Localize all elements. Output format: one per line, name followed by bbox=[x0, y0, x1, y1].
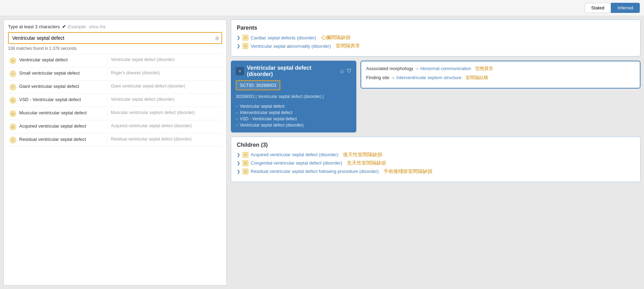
match-info: 338 matches found in 1.378 seconds. bbox=[8, 46, 222, 51]
example-prefix: Example: bbox=[68, 24, 87, 29]
result-alt-0: Ventricular septal defect (disorder) bbox=[107, 57, 221, 64]
parent-chinese-1: 室間隔異常 bbox=[336, 43, 360, 49]
result-name-6: Residual ventricular septal defect bbox=[19, 136, 86, 143]
attr-item-0: Associated morphology → Abnormal communi… bbox=[366, 66, 635, 72]
result-item-2[interactable]: Giant ventricular septal defect Giant ve… bbox=[8, 81, 222, 94]
result-name-2: Giant ventricular septal defect bbox=[19, 83, 79, 90]
result-name-3: VSD - Ventricular septal defect bbox=[19, 97, 81, 103]
attr-val-1: Interventricular septum structure bbox=[396, 75, 461, 80]
result-item-0[interactable]: ≡ Ventricular septal defect Ventricular … bbox=[8, 54, 222, 67]
child-chevron-0[interactable]: ❯ bbox=[237, 152, 240, 157]
child-label-1[interactable]: Congenital ventricular septal defect (di… bbox=[251, 160, 342, 166]
inferred-tab[interactable]: Inferred bbox=[611, 3, 640, 13]
child-item-0: ❯ ≡ Acquired ventricular septal defect (… bbox=[237, 152, 635, 158]
result-name-1: Small ventricular septal defect bbox=[19, 70, 79, 76]
result-alt-1: Roger's disease (disorder) bbox=[107, 70, 221, 77]
chevron-icon-1[interactable]: ❯ bbox=[237, 44, 240, 48]
result-item-1[interactable]: Small ventricular septal defect Roger's … bbox=[8, 67, 222, 81]
result-item-3[interactable]: ≡ VSD - Ventricular septal defect Ventri… bbox=[8, 94, 222, 107]
result-name-5: Acquired ventricular septal defect bbox=[19, 123, 86, 129]
parents-title: Parents bbox=[237, 25, 635, 31]
child-label-2[interactable]: Residual ventricular septal defect follo… bbox=[251, 169, 379, 174]
child-list-icon-1: ≡ bbox=[242, 160, 249, 166]
result-alt-4: Muscular ventricular septum defect (diso… bbox=[107, 110, 221, 117]
result-alt-5: Acquired ventricular septal defect (diso… bbox=[107, 123, 221, 130]
child-list-icon-0: ≡ bbox=[242, 152, 249, 158]
result-name-4: Muscular ventricular septal defect bbox=[19, 110, 87, 116]
result-icon-5: ≡ bbox=[9, 123, 16, 130]
result-item-4[interactable]: ≡ Muscular ventricular septal defect Mus… bbox=[8, 107, 222, 120]
child-item-1: ❯ ≡ Congenital ventricular septal defect… bbox=[237, 160, 635, 166]
stated-tab[interactable]: Stated bbox=[585, 3, 611, 13]
main-content: Type at least 3 characters ✔ Example: sh… bbox=[0, 16, 644, 289]
attr-key-0: Associated morphology → bbox=[366, 66, 420, 71]
hint-text: Type at least 3 characters bbox=[8, 24, 60, 29]
result-alt-6: Residual ventricular septal defect (diso… bbox=[107, 136, 221, 144]
parent-label-0[interactable]: Cardiac septal defects (disorder) bbox=[251, 35, 316, 40]
parent-item-1: ❯ ≡ Ventricular septal abnormality (diso… bbox=[237, 43, 635, 49]
sctid-label: SCTID: 30288003 bbox=[240, 83, 276, 88]
result-list: ≡ Ventricular septal defect Ventricular … bbox=[8, 54, 222, 147]
child-item-2: ❯ ≡ Residual ventricular septal defect f… bbox=[237, 168, 635, 175]
result-alt-3: Ventricular septal defect (disorder) bbox=[107, 97, 221, 104]
attr-val-0: Abnormal communication bbox=[420, 66, 471, 71]
concept-description: 30288003 | Ventricular septal defect (di… bbox=[236, 94, 351, 100]
child-list-icon-2: ≡ bbox=[242, 168, 249, 175]
result-item-5[interactable]: ≡ Acquired ventricular septal defect Acq… bbox=[8, 120, 222, 134]
attr-chinese-1: 室間隔結構 bbox=[465, 75, 488, 80]
synonym-0: Ventricular septal defect bbox=[236, 103, 351, 109]
result-icon-2 bbox=[9, 84, 16, 91]
right-panel: Parents ❯ ≡ Cardiac septal defects (diso… bbox=[231, 20, 641, 286]
concept-card: ≡ Ventricular septal defect (disorder) ☆… bbox=[231, 61, 356, 132]
children-title: Children (3) bbox=[237, 142, 635, 148]
middle-section: ≡ Ventricular septal defect (disorder) ☆… bbox=[231, 61, 641, 132]
child-chinese-0: 後天性室間隔缺損 bbox=[343, 152, 382, 158]
list-icon-1: ≡ bbox=[242, 43, 249, 49]
result-left-4: ≡ Muscular ventricular septal defect bbox=[9, 110, 107, 117]
children-box: Children (3) ❯ ≡ Acquired ventricular se… bbox=[231, 137, 641, 182]
result-alt-2: Giant ventricular septal defect (disorde… bbox=[107, 83, 221, 91]
result-left-3: ≡ VSD - Ventricular septal defect bbox=[9, 97, 107, 104]
example-text: shou fra bbox=[89, 24, 105, 29]
search-hint: Type at least 3 characters ✔ Example: sh… bbox=[8, 24, 222, 29]
chevron-icon-0[interactable]: ❯ bbox=[237, 35, 240, 40]
top-bar: Stated Inferred bbox=[0, 0, 644, 16]
concept-synonyms: Ventricular septal defect Interventricul… bbox=[236, 103, 351, 128]
search-box-wrap: ⊗ bbox=[8, 32, 222, 44]
parent-item-0: ❯ ≡ Cardiac septal defects (disorder) 心臟… bbox=[237, 35, 635, 41]
result-name-0: Ventricular septal defect bbox=[19, 57, 68, 63]
search-input[interactable] bbox=[8, 32, 222, 44]
result-item-6[interactable]: Residual ventricular septal defect Resid… bbox=[8, 134, 222, 147]
result-left-0: ≡ Ventricular septal defect bbox=[9, 57, 107, 64]
child-chinese-1: 先天性室間隔缺損 bbox=[347, 160, 386, 166]
child-chinese-2: 手術後殘留室間隔缺損 bbox=[384, 168, 432, 175]
star-icon[interactable]: ☆ bbox=[340, 68, 344, 75]
synonym-1: Interventricular septal defect bbox=[236, 109, 351, 116]
result-icon-3: ≡ bbox=[9, 97, 16, 104]
attr-chinese-0: 型態異常 bbox=[475, 66, 493, 71]
list-icon-0: ≡ bbox=[242, 35, 249, 41]
clear-icon[interactable]: ⊗ bbox=[215, 35, 219, 41]
synonym-2: VSD - Ventricular septal defect bbox=[236, 116, 351, 122]
attributes-box: Associated morphology → Abnormal communi… bbox=[361, 61, 641, 89]
parents-box: Parents ❯ ≡ Cardiac septal defects (diso… bbox=[231, 20, 641, 56]
result-icon-6 bbox=[9, 137, 16, 144]
left-panel: Type at least 3 characters ✔ Example: sh… bbox=[3, 20, 227, 286]
result-left-2: Giant ventricular septal defect bbox=[9, 83, 107, 91]
child-chevron-2[interactable]: ❯ bbox=[237, 169, 240, 174]
sctid-box: SCTID: 30288003 bbox=[236, 80, 280, 90]
concept-icons: ☆ ⛉ bbox=[340, 68, 351, 75]
child-label-0[interactable]: Acquired ventricular septal defect (diso… bbox=[251, 152, 338, 157]
concept-card-icon: ≡ bbox=[236, 67, 244, 75]
parent-label-1[interactable]: Ventricular septal abnormality (disorder… bbox=[251, 44, 331, 49]
result-left-5: ≡ Acquired ventricular septal defect bbox=[9, 123, 107, 130]
synonym-3: Ventricular septal defect (disorder) bbox=[236, 122, 351, 128]
result-icon-1 bbox=[9, 70, 16, 77]
result-icon-0: ≡ bbox=[9, 57, 16, 64]
concept-title: Ventricular septal defect (disorder) bbox=[247, 65, 337, 77]
result-left-6: Residual ventricular septal defect bbox=[9, 136, 107, 144]
child-chevron-1[interactable]: ❯ bbox=[237, 161, 240, 166]
parent-chinese-0: 心臟間隔缺損 bbox=[321, 35, 350, 41]
person-icon[interactable]: ⛉ bbox=[347, 68, 351, 74]
check-icon: ✔ bbox=[62, 24, 66, 29]
